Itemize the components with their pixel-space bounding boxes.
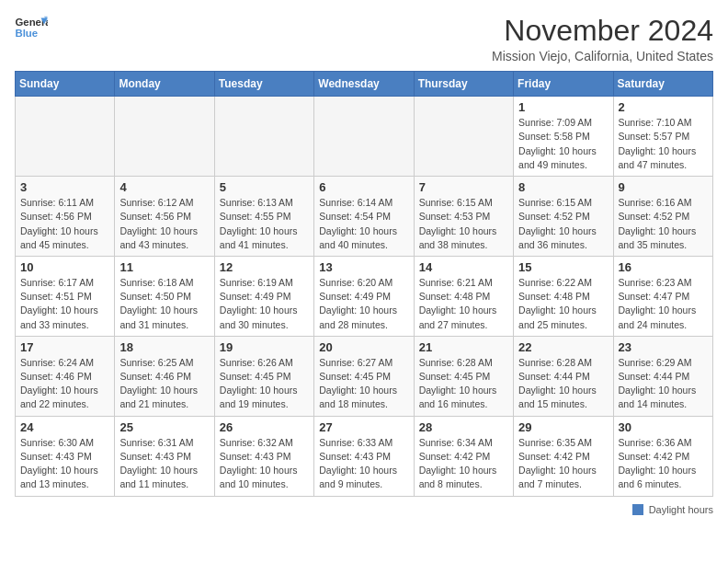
daylight-label: Daylight hours	[649, 504, 713, 515]
day-cell: 16Sunrise: 6:23 AM Sunset: 4:47 PM Dayli…	[613, 256, 712, 336]
week-row-2: 3Sunrise: 6:11 AM Sunset: 4:56 PM Daylig…	[16, 177, 713, 257]
day-info: Sunrise: 6:12 AM Sunset: 4:56 PM Dayligh…	[119, 196, 209, 252]
day-info: Sunrise: 6:16 AM Sunset: 4:52 PM Dayligh…	[619, 196, 708, 252]
day-info: Sunrise: 7:09 AM Sunset: 5:58 PM Dayligh…	[518, 116, 608, 172]
week-row-3: 10Sunrise: 6:17 AM Sunset: 4:51 PM Dayli…	[16, 256, 713, 336]
day-header-sunday: Sunday	[16, 72, 115, 97]
day-cell: 22Sunrise: 6:28 AM Sunset: 4:44 PM Dayli…	[514, 336, 613, 416]
day-info: Sunrise: 6:30 AM Sunset: 4:43 PM Dayligh…	[20, 436, 109, 492]
day-cell: 24Sunrise: 6:30 AM Sunset: 4:43 PM Dayli…	[16, 416, 115, 496]
day-info: Sunrise: 6:28 AM Sunset: 4:44 PM Dayligh…	[518, 356, 608, 412]
day-number: 11	[119, 260, 209, 274]
week-row-1: 1Sunrise: 7:09 AM Sunset: 5:58 PM Daylig…	[16, 97, 713, 177]
day-number: 8	[518, 180, 608, 194]
day-header-friday: Friday	[514, 72, 613, 97]
logo-icon: General Blue	[15, 15, 48, 40]
calendar: SundayMondayTuesdayWednesdayThursdayFrid…	[15, 71, 713, 496]
day-number: 12	[220, 260, 309, 274]
day-cell: 3Sunrise: 6:11 AM Sunset: 4:56 PM Daylig…	[16, 177, 115, 257]
day-header-saturday: Saturday	[613, 72, 712, 97]
day-info: Sunrise: 6:31 AM Sunset: 4:43 PM Dayligh…	[119, 436, 209, 492]
day-cell	[214, 97, 313, 177]
logo: General Blue	[15, 15, 48, 40]
day-cell: 29Sunrise: 6:35 AM Sunset: 4:42 PM Dayli…	[514, 416, 613, 496]
day-cell: 30Sunrise: 6:36 AM Sunset: 4:42 PM Dayli…	[613, 416, 712, 496]
day-number: 26	[220, 420, 309, 434]
day-number: 15	[518, 260, 608, 274]
day-cell: 27Sunrise: 6:33 AM Sunset: 4:43 PM Dayli…	[314, 416, 414, 496]
day-cell	[16, 97, 115, 177]
day-number: 28	[419, 420, 508, 434]
location: Mission Viejo, California, United States	[492, 49, 713, 63]
daylight-legend-dot	[632, 504, 643, 515]
day-info: Sunrise: 6:22 AM Sunset: 4:48 PM Dayligh…	[518, 276, 608, 332]
header-row: SundayMondayTuesdayWednesdayThursdayFrid…	[16, 72, 713, 97]
day-number: 6	[319, 180, 408, 194]
day-number: 16	[619, 260, 708, 274]
day-info: Sunrise: 6:36 AM Sunset: 4:42 PM Dayligh…	[619, 436, 708, 492]
day-number: 4	[119, 180, 209, 194]
day-info: Sunrise: 6:18 AM Sunset: 4:50 PM Dayligh…	[119, 276, 209, 332]
day-cell	[115, 97, 214, 177]
day-info: Sunrise: 6:23 AM Sunset: 4:47 PM Dayligh…	[619, 276, 708, 332]
day-info: Sunrise: 6:15 AM Sunset: 4:53 PM Dayligh…	[419, 196, 508, 252]
day-info: Sunrise: 6:13 AM Sunset: 4:55 PM Dayligh…	[220, 196, 309, 252]
day-cell: 14Sunrise: 6:21 AM Sunset: 4:48 PM Dayli…	[414, 256, 513, 336]
week-row-5: 24Sunrise: 6:30 AM Sunset: 4:43 PM Dayli…	[16, 416, 713, 496]
day-info: Sunrise: 6:20 AM Sunset: 4:49 PM Dayligh…	[319, 276, 408, 332]
day-cell: 20Sunrise: 6:27 AM Sunset: 4:45 PM Dayli…	[314, 336, 414, 416]
day-number: 13	[319, 260, 408, 274]
day-number: 23	[619, 340, 708, 354]
day-number: 27	[319, 420, 408, 434]
day-number: 25	[119, 420, 209, 434]
day-number: 3	[20, 180, 109, 194]
day-number: 5	[220, 180, 309, 194]
day-info: Sunrise: 6:27 AM Sunset: 4:45 PM Dayligh…	[319, 356, 408, 412]
footer: Daylight hours	[15, 504, 713, 515]
day-number: 14	[419, 260, 508, 274]
day-info: Sunrise: 6:32 AM Sunset: 4:43 PM Dayligh…	[220, 436, 309, 492]
day-info: Sunrise: 6:19 AM Sunset: 4:49 PM Dayligh…	[220, 276, 309, 332]
day-cell: 2Sunrise: 7:10 AM Sunset: 5:57 PM Daylig…	[613, 97, 712, 177]
day-number: 17	[20, 340, 109, 354]
day-cell: 28Sunrise: 6:34 AM Sunset: 4:42 PM Dayli…	[414, 416, 513, 496]
day-info: Sunrise: 6:26 AM Sunset: 4:45 PM Dayligh…	[220, 356, 309, 412]
day-cell: 11Sunrise: 6:18 AM Sunset: 4:50 PM Dayli…	[115, 256, 214, 336]
day-header-thursday: Thursday	[414, 72, 513, 97]
day-cell: 15Sunrise: 6:22 AM Sunset: 4:48 PM Dayli…	[514, 256, 613, 336]
day-cell: 25Sunrise: 6:31 AM Sunset: 4:43 PM Dayli…	[115, 416, 214, 496]
day-info: Sunrise: 6:15 AM Sunset: 4:52 PM Dayligh…	[518, 196, 608, 252]
week-row-4: 17Sunrise: 6:24 AM Sunset: 4:46 PM Dayli…	[16, 336, 713, 416]
day-cell: 10Sunrise: 6:17 AM Sunset: 4:51 PM Dayli…	[16, 256, 115, 336]
day-cell: 26Sunrise: 6:32 AM Sunset: 4:43 PM Dayli…	[214, 416, 313, 496]
day-cell: 17Sunrise: 6:24 AM Sunset: 4:46 PM Dayli…	[16, 336, 115, 416]
day-info: Sunrise: 6:28 AM Sunset: 4:45 PM Dayligh…	[419, 356, 508, 412]
day-info: Sunrise: 7:10 AM Sunset: 5:57 PM Dayligh…	[619, 116, 708, 172]
day-info: Sunrise: 6:34 AM Sunset: 4:42 PM Dayligh…	[419, 436, 508, 492]
day-number: 24	[20, 420, 109, 434]
day-cell: 7Sunrise: 6:15 AM Sunset: 4:53 PM Daylig…	[414, 177, 513, 257]
day-cell: 23Sunrise: 6:29 AM Sunset: 4:44 PM Dayli…	[613, 336, 712, 416]
day-number: 19	[220, 340, 309, 354]
day-info: Sunrise: 6:17 AM Sunset: 4:51 PM Dayligh…	[20, 276, 109, 332]
day-number: 9	[619, 180, 708, 194]
day-info: Sunrise: 6:11 AM Sunset: 4:56 PM Dayligh…	[20, 196, 109, 252]
day-cell: 4Sunrise: 6:12 AM Sunset: 4:56 PM Daylig…	[115, 177, 214, 257]
day-cell: 19Sunrise: 6:26 AM Sunset: 4:45 PM Dayli…	[214, 336, 313, 416]
day-info: Sunrise: 6:24 AM Sunset: 4:46 PM Dayligh…	[20, 356, 109, 412]
day-header-tuesday: Tuesday	[214, 72, 313, 97]
day-cell: 9Sunrise: 6:16 AM Sunset: 4:52 PM Daylig…	[613, 177, 712, 257]
day-number: 18	[119, 340, 209, 354]
day-number: 20	[319, 340, 408, 354]
day-header-wednesday: Wednesday	[314, 72, 414, 97]
page-header: General Blue November 2024 Mission Viejo…	[15, 15, 713, 63]
day-info: Sunrise: 6:21 AM Sunset: 4:48 PM Dayligh…	[419, 276, 508, 332]
day-cell: 8Sunrise: 6:15 AM Sunset: 4:52 PM Daylig…	[514, 177, 613, 257]
day-number: 7	[419, 180, 508, 194]
day-number: 10	[20, 260, 109, 274]
day-info: Sunrise: 6:14 AM Sunset: 4:54 PM Dayligh…	[319, 196, 408, 252]
title-area: November 2024 Mission Viejo, California,…	[492, 15, 713, 63]
day-info: Sunrise: 6:33 AM Sunset: 4:43 PM Dayligh…	[319, 436, 408, 492]
day-number: 29	[518, 420, 608, 434]
day-number: 22	[518, 340, 608, 354]
